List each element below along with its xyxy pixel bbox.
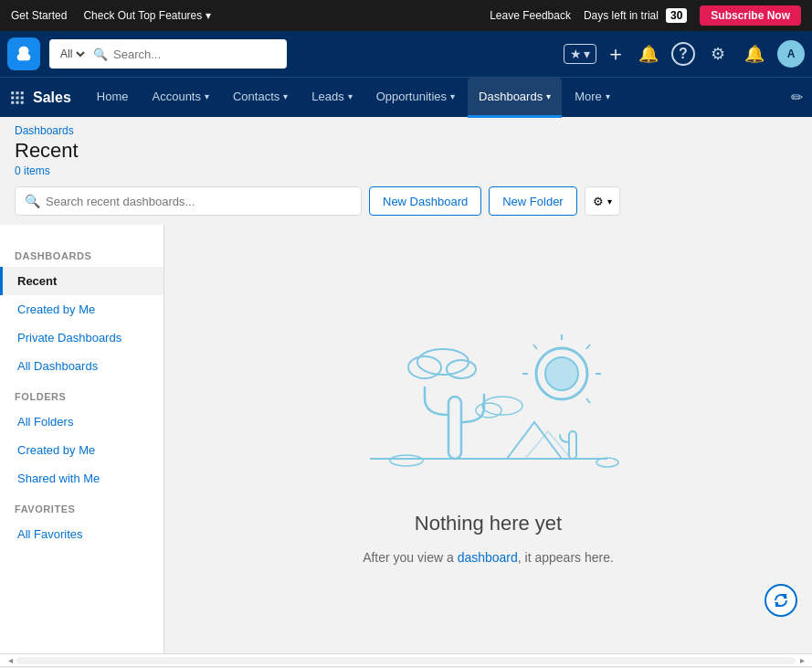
svg-rect-6 xyxy=(11,101,14,103)
sidebar-section-favorites: FAVORITES All Favorites xyxy=(0,493,163,548)
new-dashboard-button[interactable]: New Dashboard xyxy=(369,186,481,216)
subscribe-button[interactable]: Subscribe Now xyxy=(700,5,801,26)
sidebar-item-created-by-me[interactable]: Created by Me xyxy=(0,295,163,323)
main-content: DASHBOARDS Recent Created by Me Private … xyxy=(0,225,812,653)
empty-illustration xyxy=(343,314,635,497)
settings-gear-icon[interactable]: ⚙ xyxy=(704,40,732,68)
sidebar: DASHBOARDS Recent Created by Me Private … xyxy=(0,225,164,653)
chevron-down-icon: ▾ xyxy=(283,91,288,101)
page-title: Recent xyxy=(15,139,797,163)
chevron-down-icon: ▾ xyxy=(450,91,455,101)
help-icon[interactable]: ? xyxy=(671,42,695,66)
scroll-right-icon[interactable]: ▸ xyxy=(796,654,808,667)
gear-icon: ⚙ xyxy=(593,195,604,208)
empty-state-title: Nothing here yet xyxy=(415,512,562,535)
chevron-down-icon: ▾ xyxy=(606,91,610,101)
sidebar-item-private-dashboards[interactable]: Private Dashboards xyxy=(0,323,163,352)
search-icon: 🔍 xyxy=(25,194,40,208)
header-icons: ★ ▾ ＋ 🔔 ? ⚙ 🔔 A xyxy=(564,40,805,68)
svg-rect-8 xyxy=(21,101,24,103)
edit-nav-icon[interactable]: ✏ xyxy=(791,89,803,106)
empty-state: Nothing here yet After you view a dashbo… xyxy=(343,314,635,565)
nav-items: Home Accounts ▾ Contacts ▾ Leads ▾ Oppor… xyxy=(86,78,621,118)
sidebar-section-title-dashboards: DASHBOARDS xyxy=(0,239,163,267)
dashboard-search-input[interactable] xyxy=(46,195,352,208)
toolbar: 🔍 New Dashboard New Folder ⚙ ▾ xyxy=(0,177,812,225)
check-features-link[interactable]: Check Out Top Features ▾ xyxy=(83,9,211,22)
svg-rect-1 xyxy=(16,91,19,94)
chevron-down-icon: ▾ xyxy=(348,91,353,101)
chevron-down-icon: ▾ xyxy=(607,196,612,207)
sidebar-item-recent[interactable]: Recent xyxy=(0,267,163,295)
nav-more: ✏ xyxy=(782,89,803,106)
search-icon: 🔍 xyxy=(93,48,108,61)
refresh-button[interactable] xyxy=(765,584,797,617)
trial-days-badge: 30 xyxy=(666,8,687,23)
get-started-link[interactable]: Get Started xyxy=(11,9,67,22)
nav-bar: Sales Home Accounts ▾ Contacts ▾ Leads ▾… xyxy=(0,77,812,117)
dashboard-link[interactable]: dashboard xyxy=(458,550,518,565)
header-bar: All 🔍 ★ ▾ ＋ 🔔 ? ⚙ 🔔 A xyxy=(0,31,812,77)
gear-dropdown-button[interactable]: ⚙ ▾ xyxy=(585,186,620,216)
page-header: Dashboards Recent 0 items xyxy=(0,117,812,177)
new-folder-button[interactable]: New Folder xyxy=(489,186,576,216)
nav-item-dashboards[interactable]: Dashboards ▾ xyxy=(468,78,562,118)
sidebar-section-title-favorites: FAVORITES xyxy=(0,493,163,520)
scrollbar-track[interactable] xyxy=(16,657,796,664)
nav-item-leads[interactable]: Leads ▾ xyxy=(301,78,363,118)
svg-rect-23 xyxy=(448,397,461,459)
svg-point-19 xyxy=(447,360,476,378)
chevron-down-icon: ▾ xyxy=(584,47,590,61)
svg-point-17 xyxy=(417,349,469,375)
sidebar-section-dashboards: DASHBOARDS Recent Created by Me Private … xyxy=(0,239,163,380)
top-banner-right: Leave Feedback Days left in trial 30 Sub… xyxy=(490,5,801,26)
apps-grid-icon[interactable] xyxy=(9,90,26,106)
svg-point-10 xyxy=(545,357,578,390)
notifications-bell-icon[interactable]: 🔔 xyxy=(635,40,662,68)
svg-point-20 xyxy=(482,397,522,415)
global-search-bar[interactable]: All 🔍 xyxy=(49,39,287,69)
nav-item-accounts[interactable]: Accounts ▾ xyxy=(142,78,220,118)
add-button[interactable]: ＋ xyxy=(606,40,626,68)
chevron-down-icon: ▾ xyxy=(206,9,211,22)
svg-point-21 xyxy=(476,403,501,418)
search-type-select[interactable]: All xyxy=(57,47,88,61)
svg-point-18 xyxy=(408,356,441,378)
svg-rect-2 xyxy=(21,91,24,94)
nav-item-opportunities[interactable]: Opportunities ▾ xyxy=(365,78,466,118)
chevron-down-icon: ▾ xyxy=(546,91,551,101)
sidebar-item-shared-with-me[interactable]: Shared with Me xyxy=(0,464,163,493)
trial-info: Days left in trial 30 xyxy=(584,8,687,23)
svg-line-14 xyxy=(586,398,590,403)
svg-rect-4 xyxy=(16,96,19,99)
scroll-left-icon[interactable]: ◂ xyxy=(4,654,16,667)
svg-rect-3 xyxy=(11,96,14,99)
top-banner: Get Started Check Out Top Features ▾ Lea… xyxy=(0,0,812,31)
horizontal-scrollbar[interactable]: ◂ ▸ xyxy=(0,653,812,666)
chevron-down-icon: ▾ xyxy=(205,91,209,101)
sidebar-section-title-folders: FOLDERS xyxy=(0,380,163,408)
dashboard-search-bar[interactable]: 🔍 xyxy=(15,186,362,216)
nav-item-contacts[interactable]: Contacts ▾ xyxy=(222,78,299,118)
content-area: Nothing here yet After you view a dashbo… xyxy=(164,225,812,653)
sidebar-section-folders: FOLDERS All Folders Created by Me Shared… xyxy=(0,380,163,493)
nav-item-home[interactable]: Home xyxy=(86,78,140,118)
svg-rect-26 xyxy=(569,431,576,459)
nav-item-more[interactable]: More ▾ xyxy=(564,78,621,118)
breadcrumb[interactable]: Dashboards xyxy=(15,124,797,137)
items-count: 0 items xyxy=(15,164,797,177)
star-icon: ★ xyxy=(570,47,582,61)
leave-feedback-link[interactable]: Leave Feedback xyxy=(490,9,571,22)
sidebar-item-all-folders[interactable]: All Folders xyxy=(0,408,163,436)
alerts-icon[interactable]: 🔔 xyxy=(741,40,768,68)
svg-point-27 xyxy=(390,455,423,466)
app-logo[interactable] xyxy=(7,37,40,70)
svg-rect-5 xyxy=(21,96,24,99)
svg-line-12 xyxy=(586,345,590,349)
sidebar-item-all-favorites[interactable]: All Favorites xyxy=(0,520,163,548)
favorites-button[interactable]: ★ ▾ xyxy=(564,44,596,64)
avatar[interactable]: A xyxy=(777,40,805,68)
search-input[interactable] xyxy=(113,48,278,61)
sidebar-item-folders-created-by-me[interactable]: Created by Me xyxy=(0,436,163,464)
sidebar-item-all-dashboards[interactable]: All Dashboards xyxy=(0,352,163,380)
